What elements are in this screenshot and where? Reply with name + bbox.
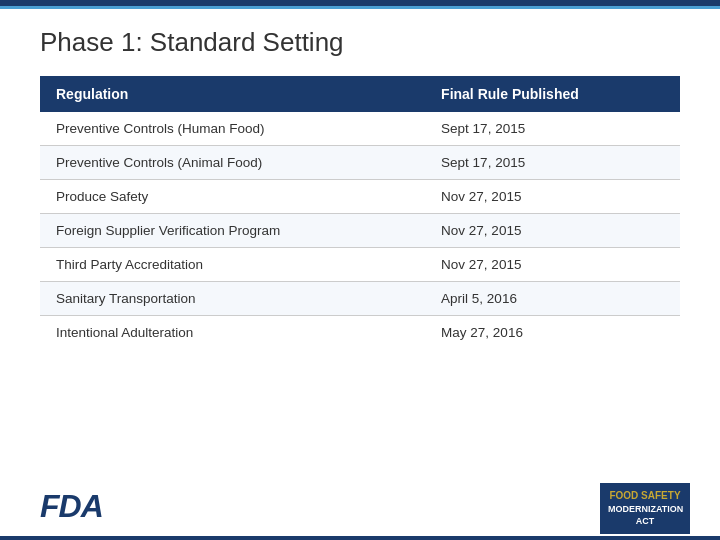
table-row: Preventive Controls (Human Food)Sept 17,… <box>40 112 680 146</box>
page-title: Phase 1: Standard Setting <box>0 9 720 76</box>
table-row: Foreign Supplier Verification ProgramNov… <box>40 214 680 248</box>
cell-regulation: Foreign Supplier Verification Program <box>40 214 425 248</box>
column-header-regulation: Regulation <box>40 76 425 112</box>
cell-date: May 27, 2016 <box>425 316 680 350</box>
cell-regulation: Preventive Controls (Animal Food) <box>40 146 425 180</box>
cell-date: April 5, 2016 <box>425 282 680 316</box>
cell-date: Nov 27, 2015 <box>425 180 680 214</box>
cell-regulation: Preventive Controls (Human Food) <box>40 112 425 146</box>
cell-date: Nov 27, 2015 <box>425 214 680 248</box>
table-container: Regulation Final Rule Published Preventi… <box>40 76 680 349</box>
cell-regulation: Intentional Adulteration <box>40 316 425 350</box>
regulations-table: Regulation Final Rule Published Preventi… <box>40 76 680 349</box>
badge-line1: FOOD SAFETY <box>608 489 682 503</box>
table-row: Sanitary TransportationApril 5, 2016 <box>40 282 680 316</box>
fda-logo: FDA <box>40 490 110 530</box>
table-row: Preventive Controls (Animal Food)Sept 17… <box>40 146 680 180</box>
table-row: Intentional AdulterationMay 27, 2016 <box>40 316 680 350</box>
badge-line2: MODERNIZATION ACT <box>608 503 682 528</box>
cell-regulation: Third Party Accreditation <box>40 248 425 282</box>
food-safety-badge: FOOD SAFETY MODERNIZATION ACT <box>600 483 690 534</box>
table-header-row: Regulation Final Rule Published <box>40 76 680 112</box>
column-header-final-rule: Final Rule Published <box>425 76 680 112</box>
cell-date: Sept 17, 2015 <box>425 146 680 180</box>
cell-regulation: Sanitary Transportation <box>40 282 425 316</box>
cell-regulation: Produce Safety <box>40 180 425 214</box>
table-row: Produce SafetyNov 27, 2015 <box>40 180 680 214</box>
fda-text: FDA <box>40 490 110 522</box>
bottom-bar <box>0 536 720 540</box>
cell-date: Sept 17, 2015 <box>425 112 680 146</box>
table-row: Third Party AccreditationNov 27, 2015 <box>40 248 680 282</box>
cell-date: Nov 27, 2015 <box>425 248 680 282</box>
